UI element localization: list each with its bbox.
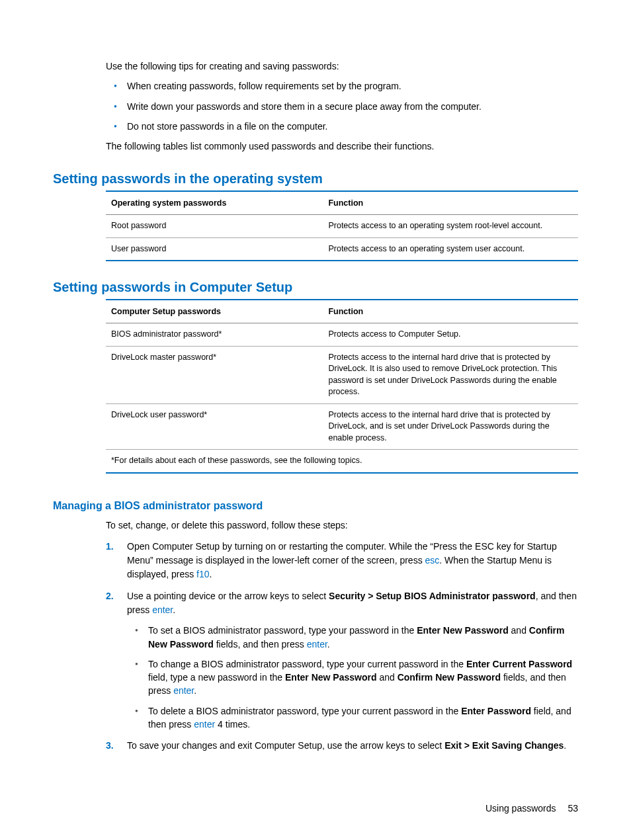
- list-item: To delete a BIOS administrator password,…: [127, 704, 578, 732]
- subsection-heading: Managing a BIOS administrator password: [53, 500, 578, 512]
- os-passwords-section: Setting passwords in the operating syste…: [106, 171, 578, 261]
- substep-text: and: [377, 672, 398, 683]
- table-cell: DriveLock master password*: [106, 346, 323, 403]
- substep-text: fields, and then press: [214, 639, 307, 650]
- tips-list: When creating passwords, follow requirem…: [106, 79, 578, 133]
- table-row: DriveLock master password* Protects acce…: [106, 346, 578, 403]
- table-row: DriveLock user password* Protects access…: [106, 403, 578, 450]
- table-cell: User password: [106, 237, 323, 261]
- step-text: To save your changes and exit Computer S…: [127, 740, 444, 751]
- table-row: User password Protects access to an oper…: [106, 237, 578, 261]
- table-cell: DriveLock user password*: [106, 403, 323, 450]
- bold-text: Confirm New Password: [398, 672, 501, 683]
- substep-text: .: [194, 685, 196, 696]
- intro-text: Use the following tips for creating and …: [106, 60, 578, 73]
- document-page: Use the following tips for creating and …: [0, 0, 631, 840]
- key-label: enter: [152, 605, 173, 615]
- bold-text: Enter Password: [461, 706, 531, 716]
- substep-text: .: [327, 639, 330, 650]
- steps-list: Open Computer Setup by turning on or res…: [106, 540, 578, 753]
- step-item: Use a pointing device or the arrow keys …: [106, 589, 578, 731]
- page-footer: Using passwords 53: [485, 803, 578, 814]
- page-number: 53: [568, 803, 578, 814]
- table-footnote-row: *For details about each of these passwor…: [106, 450, 578, 473]
- bold-text: Enter New Password: [417, 625, 509, 636]
- substep-text: field, type a new password in the: [148, 672, 285, 683]
- table-cell: Protects access to the internal hard dri…: [323, 403, 578, 450]
- table-cell: Protects access to an operating system r…: [323, 215, 578, 238]
- intro-section: Use the following tips for creating and …: [106, 60, 578, 153]
- list-item: To change a BIOS administrator password,…: [127, 657, 578, 698]
- table-header-row: Operating system passwords Function: [106, 191, 578, 215]
- table-cell: Protects access to Computer Setup.: [323, 323, 578, 347]
- step-text: .: [210, 569, 212, 579]
- table-header-row: Computer Setup passwords Function: [106, 300, 578, 323]
- substep-text: To delete a BIOS administrator password,…: [148, 706, 461, 716]
- intro-text-2: The following tables list commonly used …: [106, 140, 578, 153]
- substep-text: 4 times.: [215, 719, 250, 730]
- table-header: Operating system passwords: [106, 191, 323, 215]
- table-header: Function: [323, 191, 578, 215]
- table-cell: Protects access to an operating system u…: [323, 237, 578, 261]
- table-row: Root password Protects access to an oper…: [106, 215, 578, 238]
- table-cell: Root password: [106, 215, 323, 238]
- computer-setup-table: Computer Setup passwords Function BIOS a…: [106, 299, 578, 474]
- table-row: BIOS administrator password* Protects ac…: [106, 323, 578, 347]
- bold-text: Enter New Password: [285, 672, 377, 683]
- step-item: To save your changes and exit Computer S…: [106, 739, 578, 753]
- substeps-list: To set a BIOS administrator password, ty…: [127, 624, 578, 731]
- bios-intro: To set, change, or delete this password,…: [106, 519, 578, 532]
- footer-text: Using passwords: [485, 803, 556, 814]
- section-heading: Setting passwords in Computer Setup: [53, 280, 578, 295]
- key-label: enter: [194, 719, 215, 730]
- substep-text: To set a BIOS administrator password, ty…: [148, 625, 417, 636]
- key-label: enter: [307, 639, 327, 650]
- key-label: enter: [173, 685, 194, 696]
- key-label: esc: [425, 555, 440, 566]
- table-header: Function: [323, 300, 578, 323]
- step-item: Open Computer Setup by turning on or res…: [106, 540, 578, 581]
- bios-admin-section: Managing a BIOS administrator password T…: [106, 500, 578, 753]
- step-text: Use a pointing device or the arrow keys …: [127, 591, 329, 601]
- bold-text: Enter Current Password: [466, 659, 572, 669]
- list-item: To set a BIOS administrator password, ty…: [127, 624, 578, 651]
- list-item: Do not store passwords in a file on the …: [106, 120, 578, 133]
- bold-text: Exit > Exit Saving Changes: [444, 740, 564, 751]
- table-cell: BIOS administrator password*: [106, 323, 323, 347]
- bold-text: Security > Setup BIOS Administrator pass…: [329, 591, 536, 601]
- table-footnote: *For details about each of these passwor…: [106, 450, 578, 473]
- table-header: Computer Setup passwords: [106, 300, 323, 323]
- computer-setup-section: Setting passwords in Computer Setup Comp…: [106, 280, 578, 474]
- os-passwords-table: Operating system passwords Function Root…: [106, 190, 578, 261]
- substep-text: To change a BIOS administrator password,…: [148, 659, 466, 669]
- table-cell: Protects access to the internal hard dri…: [323, 346, 578, 403]
- step-text: .: [564, 740, 566, 751]
- step-text: .: [173, 605, 175, 615]
- substep-text: and: [509, 625, 529, 636]
- list-item: Write down your passwords and store them…: [106, 100, 578, 113]
- list-item: When creating passwords, follow requirem…: [106, 79, 578, 93]
- section-heading: Setting passwords in the operating syste…: [53, 171, 578, 187]
- key-label: f10: [196, 569, 209, 579]
